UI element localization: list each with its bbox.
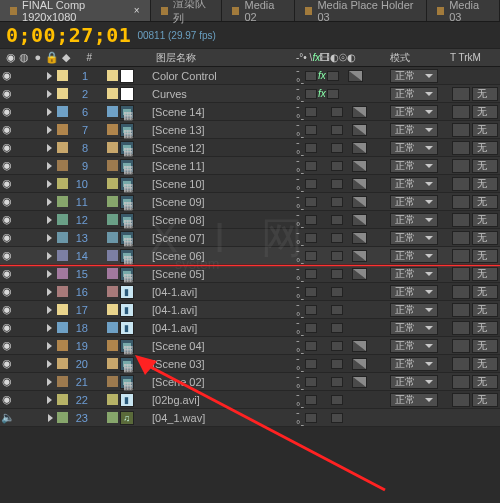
fx-badge[interactable]: fx <box>318 70 326 81</box>
trk-toggle[interactable] <box>452 141 470 155</box>
label-color[interactable] <box>57 214 68 225</box>
layer-row[interactable]: ◉ 18 ▮ [04-1.avi] -°- 正常 无 <box>0 319 500 337</box>
layer-row[interactable]: ◉ 20 ▦ [Scene 03] -°- 正常 无 <box>0 355 500 373</box>
label-color-2[interactable] <box>107 70 118 81</box>
label-color[interactable] <box>57 70 68 81</box>
switch-mb[interactable] <box>331 161 343 171</box>
layer-name[interactable]: Color Control <box>148 67 296 85</box>
twirl-icon[interactable] <box>47 234 52 242</box>
collapse-icon[interactable] <box>352 358 367 370</box>
trkmat-dropdown[interactable]: 无 <box>472 123 498 137</box>
blend-mode-dropdown[interactable]: 正常 <box>390 195 438 209</box>
trkmat-dropdown[interactable]: 无 <box>472 141 498 155</box>
column-mode[interactable]: 模式 <box>390 49 450 67</box>
switch-mb[interactable] <box>331 233 343 243</box>
label-color[interactable] <box>57 268 68 279</box>
layer-name[interactable]: [04-1.avi] <box>148 319 296 337</box>
label-color-2[interactable] <box>107 304 118 315</box>
tab[interactable]: Media 02 <box>222 0 295 21</box>
label-color[interactable] <box>57 160 68 171</box>
speaker-icon[interactable]: 🔈 <box>1 411 15 424</box>
label-color-2[interactable] <box>107 250 118 261</box>
label-color-2[interactable] <box>107 160 118 171</box>
twirl-icon[interactable] <box>47 324 52 332</box>
switch-mb[interactable] <box>331 125 343 135</box>
eye-icon[interactable]: ◉ <box>2 375 12 388</box>
eye-icon[interactable]: ◉ <box>4 51 17 64</box>
blend-mode-dropdown[interactable]: 正常 <box>390 87 438 101</box>
twirl-icon[interactable] <box>47 270 52 278</box>
switch-mb[interactable] <box>331 251 343 261</box>
trk-toggle[interactable] <box>452 249 470 263</box>
layer-name[interactable]: [02bg.avi] <box>148 391 296 409</box>
twirl-icon[interactable] <box>47 360 52 368</box>
twirl-icon[interactable] <box>47 162 52 170</box>
switch-shy[interactable] <box>305 395 317 405</box>
column-num[interactable]: # <box>74 49 96 67</box>
switch-mb[interactable] <box>331 179 343 189</box>
label-color[interactable] <box>57 106 68 117</box>
layer-row[interactable]: ◉ 14 ▦ [Scene 06] -°- 正常 无 <box>0 247 500 265</box>
switch-mb[interactable] <box>331 359 343 369</box>
switch-mb[interactable] <box>331 395 343 405</box>
trkmat-dropdown[interactable]: 无 <box>472 375 498 389</box>
label-color[interactable] <box>57 232 68 243</box>
twirl-icon[interactable] <box>47 72 52 80</box>
layer-name[interactable]: [Scene 09] <box>148 193 296 211</box>
collapse-icon[interactable] <box>352 106 367 118</box>
switch-shy[interactable] <box>305 269 317 279</box>
label-color-2[interactable] <box>107 268 118 279</box>
twirl-icon[interactable] <box>47 306 52 314</box>
label-color[interactable] <box>57 340 68 351</box>
layer-row[interactable]: ◉ 2 Curves -°- fx 正常 无 <box>0 85 500 103</box>
twirl-icon[interactable] <box>47 342 52 350</box>
label-color-2[interactable] <box>107 340 118 351</box>
layer-name[interactable]: [Scene 03] <box>148 355 296 373</box>
eye-icon[interactable]: ◉ <box>2 123 12 136</box>
blend-mode-dropdown[interactable]: 正常 <box>390 177 438 191</box>
collapse-icon[interactable] <box>352 232 367 244</box>
twirl-icon[interactable] <box>47 90 52 98</box>
trkmat-dropdown[interactable]: 无 <box>472 213 498 227</box>
blend-mode-dropdown[interactable]: 正常 <box>390 123 438 137</box>
label-swatch-icon[interactable]: ◆ <box>60 51 73 64</box>
layer-row[interactable]: ◉ 16 ▮ [04-1.avi] -°- 正常 无 <box>0 283 500 301</box>
trkmat-dropdown[interactable]: 无 <box>472 105 498 119</box>
switch-shy[interactable] <box>305 377 317 387</box>
tab[interactable]: 渲染队列 <box>151 0 223 21</box>
trk-toggle[interactable] <box>452 87 470 101</box>
label-color[interactable] <box>57 394 68 405</box>
switch-shy[interactable] <box>305 161 317 171</box>
layer-row[interactable]: 🔈 23 ♫ [04_1.wav] -°- <box>0 409 500 427</box>
trk-toggle[interactable] <box>452 105 470 119</box>
layer-name[interactable]: [Scene 08] <box>148 211 296 229</box>
trkmat-dropdown[interactable]: 无 <box>472 159 498 173</box>
trkmat-dropdown[interactable]: 无 <box>472 177 498 191</box>
lock-icon[interactable]: 🔒 <box>45 51 58 64</box>
switch-shy[interactable] <box>305 359 317 369</box>
blend-mode-dropdown[interactable]: 正常 <box>390 69 438 83</box>
switch-mb[interactable] <box>331 197 343 207</box>
blend-mode-dropdown[interactable]: 正常 <box>390 321 438 335</box>
blend-mode-dropdown[interactable]: 正常 <box>390 357 438 371</box>
switch-shy[interactable] <box>305 107 317 117</box>
eye-icon[interactable]: ◉ <box>2 303 12 316</box>
label-color[interactable] <box>57 124 68 135</box>
layer-name[interactable]: [04-1.avi] <box>148 283 296 301</box>
label-color-2[interactable] <box>107 322 118 333</box>
label-color-2[interactable] <box>107 178 118 189</box>
layer-row[interactable]: ◉ 1 Color Control -°- fx 正常 <box>0 67 500 85</box>
label-color[interactable] <box>57 250 68 261</box>
label-color-2[interactable] <box>107 142 118 153</box>
speaker-icon[interactable]: ◍ <box>18 51 31 64</box>
switch-shy[interactable] <box>305 179 317 189</box>
twirl-icon[interactable] <box>47 144 52 152</box>
blend-mode-dropdown[interactable]: 正常 <box>390 339 438 353</box>
layer-row[interactable]: ◉ 22 ▮ [02bg.avi] -°- 正常 无 <box>0 391 500 409</box>
blend-mode-dropdown[interactable]: 正常 <box>390 159 438 173</box>
eye-icon[interactable]: ◉ <box>2 339 12 352</box>
collapse-icon[interactable] <box>352 340 367 352</box>
blend-mode-dropdown[interactable]: 正常 <box>390 249 438 263</box>
collapse-icon[interactable] <box>352 124 367 136</box>
label-color[interactable] <box>57 142 68 153</box>
